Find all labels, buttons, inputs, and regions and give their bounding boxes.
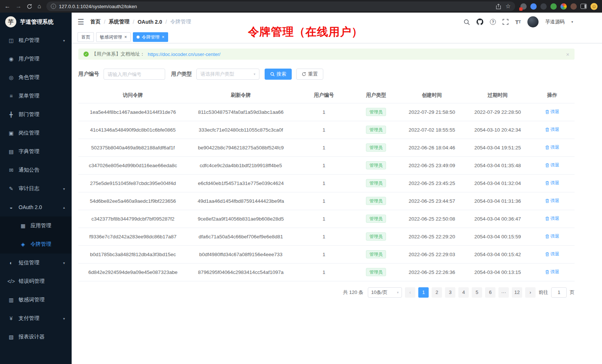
force-logout-button[interactable]: 强退: [545, 180, 559, 186]
font-size-icon[interactable]: TT: [515, 19, 521, 25]
breadcrumb-item[interactable]: 系统管理: [109, 19, 130, 25]
page-button-5[interactable]: 5: [472, 287, 482, 298]
user-name[interactable]: 芋道源码: [545, 19, 565, 25]
access-token-cell: 54d6be82ee5a460a9aedc1f9bf223656: [78, 192, 187, 210]
expire-time-cell: 2054-03-04 01:35:48: [465, 156, 530, 174]
app-logo[interactable]: 芋 芋道管理系统: [0, 13, 72, 31]
back-icon[interactable]: ←: [4, 3, 10, 9]
tab-token[interactable]: 令牌管理×: [133, 32, 168, 42]
page-button-2[interactable]: 2: [432, 287, 442, 298]
sidebar-item-error-code[interactable]: </>错误码管理: [0, 272, 72, 291]
user-icon: ◉: [7, 56, 16, 62]
alert-close-icon[interactable]: ×: [566, 51, 569, 57]
sidebar-item-oauth2-token[interactable]: ◈令牌管理: [0, 235, 72, 254]
table-row: c347026e805e4d99b0d116eae66eda8ccdfc4ce9…: [78, 156, 575, 174]
extension-badged-icon[interactable]: [520, 3, 527, 10]
column-header: 操作: [530, 88, 575, 103]
expire-time-cell: 2054-03-10 20:42:34: [465, 121, 530, 139]
create-time-cell: 2022-06-25 23:44:57: [398, 192, 465, 210]
force-logout-button[interactable]: 强退: [545, 109, 559, 115]
reset-button[interactable]: 重置: [296, 69, 323, 80]
tab-label: 敏感词管理: [100, 34, 122, 40]
user-id-input[interactable]: [104, 69, 165, 80]
extension-dark-icon[interactable]: [540, 3, 547, 10]
search-button[interactable]: 搜索: [265, 69, 292, 80]
extension-colorful-icon[interactable]: [560, 3, 567, 10]
page-button-12[interactable]: 12: [512, 287, 522, 298]
user-type-tag: 管理员: [366, 197, 386, 205]
address-bar[interactable]: i 127.0.0.1:1024/system/oauth2/token ☆: [46, 1, 515, 11]
sidebar-item-audit-log[interactable]: ✎审计日志▾: [0, 179, 72, 198]
access-token-cell: 6d842e2924594de9a09e45e087323abe: [78, 263, 187, 281]
user-id-cell: 1: [294, 228, 354, 245]
bookmark-star-icon[interactable]: ☆: [506, 3, 511, 9]
sidebar-item-notice[interactable]: ✉通知公告: [0, 161, 72, 179]
fullscreen-icon[interactable]: [503, 19, 508, 25]
extension-green-icon[interactable]: [550, 3, 557, 10]
sidebar-item-tenant[interactable]: ◫租户管理▾: [0, 31, 72, 50]
chevron-up-icon: ▴: [63, 205, 65, 209]
tab-close-icon[interactable]: ×: [162, 35, 164, 39]
breadcrumb-item[interactable]: OAuth 2.0: [138, 19, 162, 25]
extension-paw-icon[interactable]: [570, 3, 577, 10]
url-text: 127.0.0.1:1024/system/oauth2/token: [59, 4, 493, 9]
user-type-select[interactable]: 请选择用户类型 ▾: [196, 69, 259, 80]
sidebar-item-user[interactable]: ◉用户管理: [0, 50, 72, 68]
force-logout-button[interactable]: 强退: [545, 162, 559, 168]
force-logout-button[interactable]: 强退: [545, 144, 559, 150]
force-logout-button[interactable]: 强退: [545, 126, 559, 133]
tab-bar: 首页敏感词管理×令牌管理×: [72, 31, 602, 43]
user-id-cell: 1: [294, 263, 354, 281]
page-ellipsis-button[interactable]: ···: [498, 287, 509, 298]
reload-icon[interactable]: [27, 4, 32, 9]
force-logout-button[interactable]: 强退: [545, 215, 559, 222]
sidebar-item-oauth2-app[interactable]: ▦应用管理: [0, 216, 72, 235]
breadcrumb-item[interactable]: 首页: [90, 19, 101, 25]
table-body: 1ea5e44f8bc1467aaede43144f31de76811c5304…: [78, 103, 575, 281]
sidebar-item-post[interactable]: ▣岗位管理: [0, 124, 72, 142]
github-icon[interactable]: [477, 19, 483, 25]
sidebar-item-report-designer[interactable]: ▧报表设计器: [0, 328, 72, 346]
dict-icon: ▤: [7, 149, 16, 155]
goto-page-input[interactable]: [551, 287, 567, 298]
sidebar-item-menu[interactable]: ≡菜单管理: [0, 87, 72, 105]
sidebar-item-dept[interactable]: ╋部门管理: [0, 105, 72, 124]
chevron-down-icon[interactable]: ▾: [571, 20, 573, 24]
user-avatar[interactable]: [527, 16, 539, 27]
home-icon[interactable]: ⌂: [37, 3, 41, 9]
tab-close-icon[interactable]: ×: [124, 35, 127, 39]
sidebar-item-dict[interactable]: ▤字典管理: [0, 142, 72, 161]
sidebar-item-role[interactable]: ◎角色管理: [0, 68, 72, 87]
next-page-button[interactable]: ›: [525, 287, 536, 298]
page-button-1[interactable]: 1: [418, 287, 429, 298]
tab-sensitive-word[interactable]: 敏感词管理×: [96, 32, 131, 42]
extension-blue-icon[interactable]: [530, 3, 537, 10]
share-icon[interactable]: [496, 4, 501, 9]
user-type-cell: 管理员: [354, 245, 398, 263]
page-button-3[interactable]: 3: [445, 287, 455, 298]
page-size-select[interactable]: 10条/页 ▾: [368, 287, 402, 298]
collapse-sidebar-icon[interactable]: ☰: [78, 17, 84, 26]
force-logout-button[interactable]: 强退: [545, 198, 559, 204]
tab-home[interactable]: 首页: [78, 32, 94, 42]
site-info-icon[interactable]: i: [51, 4, 56, 9]
action-cell: 强退: [530, 192, 575, 210]
force-logout-button[interactable]: 强退: [545, 251, 559, 257]
sidebar-item-sms[interactable]: ◐短信管理▾: [0, 254, 72, 272]
browser-profile-avatar[interactable]: ☺: [590, 3, 598, 10]
prev-page-button[interactable]: ‹: [405, 287, 415, 298]
help-icon[interactable]: ?: [490, 19, 496, 25]
sidebar-item-oauth2[interactable]: ◒OAuth 2.0▴: [0, 198, 72, 216]
sensitive-word-icon: ▥: [7, 297, 16, 303]
forward-icon[interactable]: →: [16, 3, 22, 9]
force-logout-button[interactable]: 强退: [545, 269, 559, 275]
doc-link[interactable]: https://doc.iocoder.cn/user-center/: [148, 52, 220, 57]
access-token-cell: 275e5de9151045fe87cbdc395e004f4d: [78, 174, 187, 192]
side-panel-icon[interactable]: [580, 4, 587, 9]
search-icon[interactable]: [464, 19, 470, 25]
page-button-6[interactable]: 6: [485, 287, 495, 298]
sidebar-item-sensitive-word[interactable]: ▥敏感词管理: [0, 291, 72, 309]
page-button-4[interactable]: 4: [458, 287, 469, 298]
sidebar-item-pay[interactable]: ¥支付管理▾: [0, 309, 72, 328]
force-logout-button[interactable]: 强退: [545, 233, 559, 239]
